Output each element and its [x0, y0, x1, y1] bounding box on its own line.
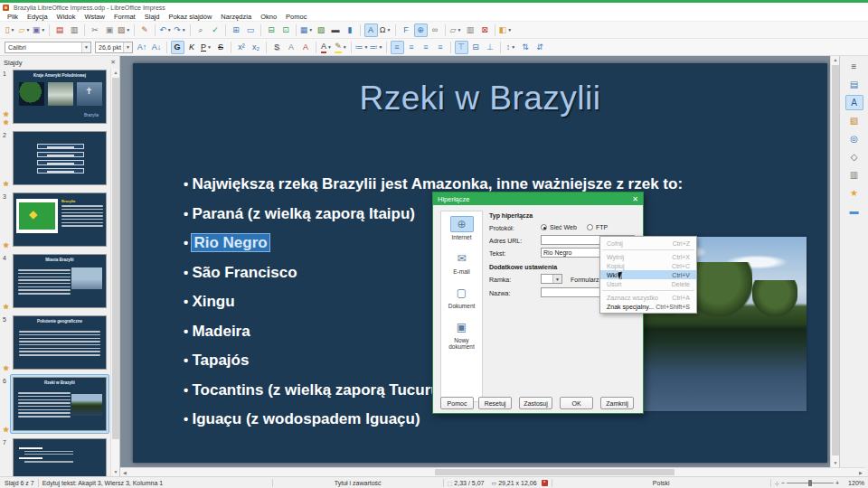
menu-narzędzia[interactable]: Narzędzia [216, 12, 256, 22]
apply-button[interactable]: Zastosuj [519, 397, 552, 409]
justify-icon[interactable]: ≡ [434, 41, 448, 54]
undo-icon[interactable]: ↶▼ [159, 23, 173, 37]
center-vertically-icon[interactable]: ⊟ [469, 41, 483, 54]
save-icon[interactable]: ▣▼ [33, 23, 46, 37]
menu-edycja[interactable]: Edycja [23, 12, 52, 22]
new-document-icon[interactable]: ▯▼ [4, 23, 17, 37]
font-size-combo[interactable]: 26,6 pkt ▼ [95, 42, 133, 53]
highlighting-color-icon[interactable]: ✎▼ [335, 41, 348, 54]
export-pdf-icon[interactable]: ▤ [53, 23, 67, 37]
character-styles-icon[interactable]: A [845, 95, 863, 110]
glue-points-icon[interactable]: ∞ [429, 23, 442, 37]
insert-image-icon[interactable]: ▧ [315, 23, 328, 37]
slide-thumbnail-6-selected[interactable]: 6 Rzeki w Brazylii ★ [0, 376, 108, 436]
close-icon[interactable]: ✕ [110, 59, 116, 66]
gallery-icon[interactable]: ▧ [845, 113, 863, 128]
animation-icon[interactable]: ★ [845, 185, 863, 201]
align-right-icon[interactable]: ≡ [420, 41, 433, 54]
horizontal-scrollbar[interactable]: ◀ ▶ [120, 467, 865, 476]
zoom-level[interactable]: 120% [843, 480, 864, 486]
category-e-mail[interactable]: ✉E-mail [441, 246, 482, 280]
delete-slide-icon[interactable]: ⊠ [478, 23, 492, 37]
increase-paragraph-spacing-icon[interactable]: ⇅ [519, 41, 533, 54]
new-slide-icon[interactable]: ▱▼ [449, 23, 463, 37]
insert-chart-icon[interactable]: ▮ [344, 23, 357, 37]
close-icon[interactable]: ✕ [632, 195, 638, 203]
scroll-right-icon[interactable]: ▶ [856, 470, 865, 475]
zoom-slider[interactable]: − + [781, 480, 839, 486]
menu-pokaz-slajdów[interactable]: Pokaz slajdów [164, 12, 216, 22]
radio-ftp[interactable]: FTP [587, 224, 608, 230]
insert-hyperlink-icon[interactable]: ⊕ [414, 23, 428, 37]
decrease-paragraph-spacing-icon[interactable]: ⇵ [533, 41, 547, 54]
clone-formatting-icon[interactable]: ✎ [138, 23, 152, 37]
print-icon[interactable]: ▥ [68, 23, 81, 37]
align-top-icon[interactable]: ⊤ [455, 41, 468, 54]
scroll-up-icon[interactable]: ▲ [111, 69, 120, 77]
unsaved-changes-icon[interactable]: * [542, 480, 548, 486]
slide-title[interactable]: Rzeki w Brazylii [133, 80, 827, 117]
selected-text[interactable]: Rio Negro [192, 234, 269, 251]
category-dokument[interactable]: ▢Dokument [441, 280, 482, 314]
frame-combo[interactable]: ▼ [541, 274, 562, 284]
slide-thumbnail-2[interactable]: 2 ★ [0, 130, 108, 190]
menu-okno[interactable]: Okno [256, 12, 281, 22]
zoom-out-icon[interactable]: − [781, 480, 785, 486]
insert-media-icon[interactable]: ▬ [329, 23, 343, 37]
shapes-icon[interactable]: ◇ [845, 149, 863, 164]
reset-button[interactable]: Resetuj [478, 397, 512, 409]
language-status[interactable]: Polski [556, 480, 767, 486]
duplicate-slide-icon[interactable]: ▥ [464, 23, 477, 37]
paste-icon[interactable]: ▨▼ [118, 23, 131, 37]
bullet-item[interactable]: Największą rzeką Brazylii jest Amazonka,… [184, 175, 780, 193]
close-button[interactable]: Zamknij [600, 397, 634, 409]
slide-transition-icon[interactable]: ▬ [845, 203, 863, 219]
category-internet[interactable]: ⊕Internet [441, 211, 482, 246]
cut-icon[interactable]: ✂ [89, 23, 102, 37]
scroll-down-icon[interactable]: ▼ [111, 468, 120, 476]
underline-icon[interactable]: P▼ [200, 41, 213, 54]
menu-slajd[interactable]: Slajd [140, 12, 165, 22]
fit-slide-icon[interactable]: ⊹ [775, 480, 779, 486]
clear-formatting-icon[interactable]: A [299, 41, 313, 54]
display-views-icon[interactable]: ▭ [244, 23, 258, 37]
align-left-icon[interactable]: ≡ [391, 41, 404, 54]
fontwork-icon[interactable]: F [400, 23, 413, 37]
dialog-titlebar[interactable]: Hiperłącze ✕ [433, 192, 643, 205]
font-color-icon[interactable]: A▼ [320, 41, 334, 54]
snap-guides-icon[interactable]: ⊡ [279, 23, 293, 37]
outline-attribute-icon[interactable]: A [285, 41, 298, 54]
find-replace-icon[interactable]: ⌕ [194, 23, 208, 37]
snap-to-grid-icon[interactable]: ⊟ [265, 23, 278, 37]
sidebar-settings-icon[interactable]: ≡ [845, 59, 863, 74]
menu-wstaw[interactable]: Wstaw [80, 12, 109, 22]
spelling-icon[interactable]: ✓ [209, 23, 222, 37]
redo-icon[interactable]: ↷▼ [174, 23, 187, 37]
ordered-list-icon[interactable]: ≕▼ [370, 41, 383, 54]
help-button[interactable]: Pomoc [440, 397, 474, 409]
slide-thumbnail-5[interactable]: 5 Położenie geograficzne ★ [0, 314, 108, 374]
align-bottom-icon[interactable]: ⊥ [484, 41, 497, 54]
vertical-scrollbar[interactable]: ▲ ▼ [830, 56, 839, 467]
master-slides-icon[interactable]: ▥ [845, 167, 863, 183]
slide-layout-icon[interactable]: ◧▼ [499, 23, 513, 37]
decrease-font-size-icon[interactable]: A↓ [150, 41, 164, 54]
properties-icon[interactable]: ▤ [845, 77, 863, 92]
slide-thumbnail-4[interactable]: 4 Miasta Brazylii ★ [0, 253, 108, 313]
radio-web[interactable]: Sieć Web [541, 224, 577, 230]
context-menu-wklej[interactable]: WklejCtrl+V [600, 270, 696, 279]
navigator-icon[interactable]: ◎ [845, 131, 863, 146]
slide-thumbnail-3[interactable]: 3 Brazylia ★ [0, 192, 108, 251]
panel-scrollbar[interactable]: ▲ ▼ [110, 69, 119, 476]
chevron-down-icon[interactable]: ▼ [123, 42, 132, 52]
italic-icon[interactable]: K [185, 41, 199, 54]
align-center-icon[interactable]: ≡ [405, 41, 419, 54]
strikethrough-icon[interactable]: S [214, 41, 228, 54]
font-name-combo[interactable]: Calibri ▼ [5, 42, 91, 53]
zoom-in-icon[interactable]: + [835, 480, 839, 486]
chevron-down-icon[interactable]: ▼ [81, 42, 90, 52]
context-menu-znak-specjalny[interactable]: Znak specjalny...Ctrl+Shift+S [600, 302, 696, 311]
chevron-down-icon[interactable]: ▼ [552, 275, 561, 283]
open-folder-icon[interactable]: ▱▼ [18, 23, 32, 37]
increase-font-size-icon[interactable]: A↑ [136, 41, 149, 54]
